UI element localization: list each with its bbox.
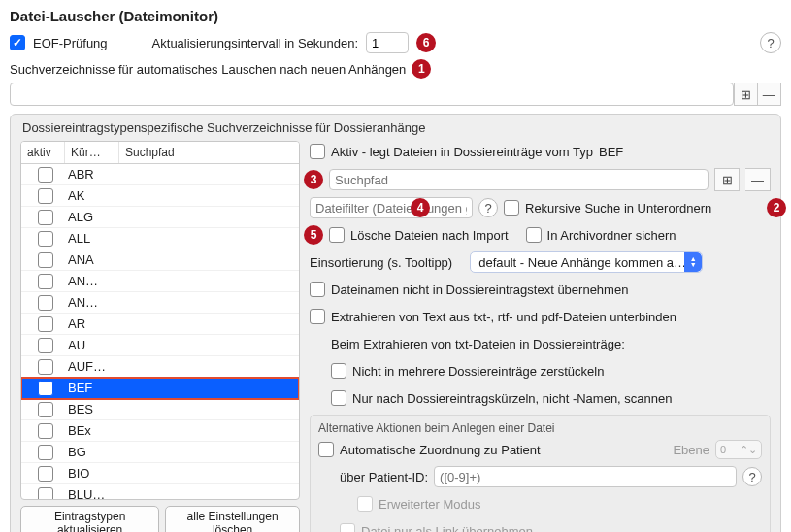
table-row[interactable]: AUF… — [21, 356, 299, 378]
table-row[interactable]: BEx — [21, 420, 299, 442]
suchpfad-remove-button[interactable]: — — [745, 168, 771, 191]
row-short: AN… — [64, 295, 118, 310]
row-aktiv-checkbox[interactable] — [38, 295, 53, 311]
table-row[interactable]: BLU… — [21, 484, 299, 499]
einsortierung-value: default - Neue Anhänge kommen a… — [478, 255, 686, 270]
row-aktiv-checkbox[interactable] — [38, 338, 53, 353]
filter-help-button[interactable]: ? — [478, 198, 498, 217]
auto-patient-label: Automatische Zuordnung zu Patient — [340, 443, 541, 457]
row-aktiv-checkbox[interactable] — [38, 402, 53, 417]
row-aktiv-checkbox[interactable] — [38, 466, 53, 482]
row-aktiv-checkbox[interactable] — [38, 274, 53, 289]
help-button-top[interactable]: ? — [760, 32, 781, 53]
right-column: Aktiv - legt Dateien in Dossiereinträge … — [310, 141, 771, 532]
table-row[interactable]: BG — [21, 442, 299, 463]
delete-row: 5 Lösche Dateien nach Import In Archivor… — [310, 224, 771, 246]
eof-check-label: EOF-Prüfung — [33, 36, 108, 50]
no-filename-checkbox[interactable] — [310, 282, 325, 297]
eof-check-checkbox[interactable] — [10, 35, 25, 50]
row-short: AR — [64, 316, 118, 331]
table-row[interactable]: BES — [21, 399, 299, 420]
no-filename-row: Dateinamen nicht in Dossiereintragstext … — [310, 279, 771, 300]
no-extract-label: Extrahieren von Text aus txt-, rtf- und … — [331, 310, 676, 324]
aktiv-type: BEF — [599, 145, 623, 159]
archive-checkbox[interactable] — [526, 227, 542, 243]
via-pid-row: über Patient-ID: ? — [340, 466, 762, 487]
badge-4: 4 — [411, 198, 430, 217]
no-extract-checkbox[interactable] — [310, 309, 325, 324]
table-row[interactable]: AU — [21, 335, 299, 356]
table-row[interactable]: ABR — [21, 164, 299, 185]
filter-row: ? Rekursive Suche in Unterordnern 4 2 — [310, 197, 771, 218]
pid-help-button[interactable]: ? — [742, 467, 762, 486]
table-row[interactable]: AK — [21, 185, 299, 207]
row-aktiv-checkbox[interactable] — [38, 381, 53, 396]
remove-dir-button[interactable]: — — [758, 83, 781, 106]
table-row[interactable]: BEF — [21, 378, 299, 399]
row-short: BG — [64, 445, 118, 459]
only-short-checkbox[interactable] — [331, 390, 346, 406]
no-split-checkbox[interactable] — [331, 363, 346, 379]
table-row[interactable]: ALG — [21, 207, 299, 228]
search-dirs-label-row: Suchverzeichnisse für automatisches Laus… — [10, 59, 781, 79]
row-aktiv-checkbox[interactable] — [38, 423, 53, 439]
einsortierung-select[interactable]: default - Neue Anhänge kommen a… ▲▼ — [470, 251, 703, 273]
ext-mode-label: Erweiterter Modus — [379, 497, 480, 512]
table-row[interactable]: ANA — [21, 249, 299, 271]
no-extract-row: Extrahieren von Text aus txt-, rtf- und … — [310, 306, 771, 327]
row-aktiv-checkbox[interactable] — [38, 231, 53, 247]
recursive-checkbox[interactable] — [504, 200, 519, 216]
top-row: EOF-Prüfung Aktualisierungsintervall in … — [10, 32, 781, 53]
link-only-checkbox — [340, 523, 355, 532]
table-header: aktiv Kür… Suchpfad — [21, 142, 299, 164]
table-row[interactable]: ALL — [21, 228, 299, 249]
search-dirs-input[interactable] — [10, 83, 734, 106]
col-aktiv[interactable]: aktiv — [21, 142, 64, 163]
ext-mode-row: Erweiterter Modus — [357, 493, 762, 515]
table-row[interactable]: AR — [21, 314, 299, 335]
search-dirs-label: Suchverzeichnisse für automatisches Laus… — [10, 62, 406, 77]
clear-settings-button[interactable]: alle Einstellungen löschen — [165, 506, 300, 532]
row-aktiv-checkbox[interactable] — [38, 487, 53, 500]
ebene-stepper[interactable]: 0 ⌃⌄ — [715, 440, 762, 459]
row-aktiv-checkbox[interactable] — [38, 359, 53, 375]
panel-title: Dossiereintragstypenspezifische Suchverz… — [22, 120, 771, 135]
row-aktiv-checkbox[interactable] — [38, 445, 53, 460]
auto-patient-checkbox[interactable] — [318, 442, 334, 457]
table-row[interactable]: AN… — [21, 292, 299, 314]
interval-input[interactable] — [366, 32, 409, 53]
col-short[interactable]: Kür… — [64, 142, 118, 163]
row-short: ALL — [64, 231, 118, 246]
refresh-types-button[interactable]: Eintragstypen aktualisieren — [20, 506, 159, 532]
table-row[interactable]: BIO — [21, 463, 299, 484]
row-short: ABR — [64, 167, 118, 182]
only-short-label: Nur nach Dossiereintragskürzeln, nicht -… — [352, 391, 673, 406]
row-short: BIO — [64, 466, 118, 481]
row-short: BEF — [64, 381, 118, 395]
delete-after-import-label: Lösche Dateien nach Import — [350, 228, 509, 243]
aktiv-label: Aktiv - legt Dateien in Dossiereinträge … — [331, 145, 593, 159]
finder-browse-button[interactable]: ⊞ — [734, 83, 758, 106]
table-body[interactable]: ABRAKALGALLANAAN…AN…ARAUAUF…BEFBESBExBGB… — [21, 164, 299, 499]
alt-actions-title: Alternative Aktionen beim Anlegen einer … — [318, 421, 762, 435]
delete-after-import-checkbox[interactable] — [329, 227, 345, 243]
row-aktiv-checkbox[interactable] — [38, 210, 53, 225]
only-short-row: Nur nach Dossiereintragskürzeln, nicht -… — [331, 387, 771, 409]
table-row[interactable]: AN… — [21, 271, 299, 292]
patient-id-regex-input[interactable] — [434, 466, 737, 487]
aktiv-checkbox[interactable] — [310, 144, 325, 159]
left-column: aktiv Kür… Suchpfad ABRAKALGALLANAAN…AN…… — [20, 141, 300, 532]
row-aktiv-checkbox[interactable] — [38, 316, 53, 332]
via-pid-label: über Patient-ID: — [340, 470, 428, 484]
row-short: BES — [64, 402, 118, 416]
row-aktiv-checkbox[interactable] — [38, 252, 53, 268]
row-aktiv-checkbox[interactable] — [38, 167, 53, 183]
suchpfad-browse-button[interactable]: ⊞ — [714, 168, 740, 191]
ebene-value: 0 — [720, 444, 726, 455]
col-path[interactable]: Suchpfad — [118, 142, 299, 163]
extract-sub-label: Beim Extrahieren von txt-Dateien in Doss… — [331, 337, 625, 351]
file-filter-input[interactable] — [310, 197, 473, 218]
suchpfad-input[interactable] — [329, 169, 709, 190]
row-aktiv-checkbox[interactable] — [38, 188, 53, 204]
row-short: BLU… — [64, 487, 118, 499]
